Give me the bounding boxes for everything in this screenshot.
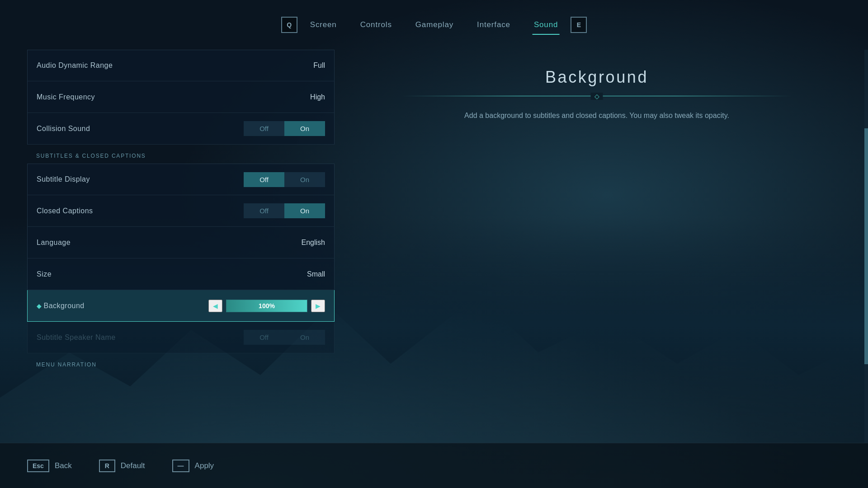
apply-action[interactable]: — Apply [172, 460, 214, 472]
setting-label-collision-sound: Collision Sound [37, 125, 244, 133]
nav-tabs: Q Screen Controls Gameplay Interface Sou… [281, 17, 587, 33]
subtitle-display-on-btn[interactable]: On [284, 172, 325, 187]
subtitle-speaker-on-btn[interactable]: On [284, 330, 325, 345]
subtitle-speaker-off-btn[interactable]: Off [244, 330, 284, 345]
setting-value-audio-dynamic-range: Full [313, 61, 325, 70]
slider-value: 100% [259, 302, 275, 310]
subtitle-display-off-btn[interactable]: Off [244, 172, 284, 187]
setting-label-music-frequency: Music Frequency [37, 93, 310, 101]
setting-label-audio-dynamic-range: Audio Dynamic Range [37, 61, 313, 70]
subtitles-section-header: SUBTITLES & CLOSED CAPTIONS [27, 145, 335, 164]
slider-arrow-left[interactable]: ◀ [208, 300, 222, 312]
info-panel: Background Add a background to subtitles… [353, 50, 841, 443]
bottom-bar: Esc Back R Default — Apply [0, 443, 868, 488]
setting-value-music-frequency: High [310, 93, 325, 101]
setting-label-subtitle-display: Subtitle Display [37, 175, 244, 183]
collision-sound-off-btn[interactable]: Off [244, 121, 284, 136]
default-label: Default [121, 461, 145, 470]
closed-captions-on-btn[interactable]: On [284, 203, 325, 218]
default-key-badge: R [99, 460, 115, 472]
setting-value-size: Small [307, 270, 325, 278]
setting-language[interactable]: Language English [27, 227, 335, 258]
apply-key-badge: — [172, 460, 189, 472]
info-title: Background [353, 68, 841, 87]
setting-label-background: ◆Background [37, 302, 208, 310]
menu-narration-section-header: MENU NARRATION [27, 353, 335, 372]
setting-size[interactable]: Size Small [27, 258, 335, 290]
setting-collision-sound[interactable]: Collision Sound Off On [27, 113, 335, 145]
slider-bar-bg: 100% [226, 300, 307, 312]
tab-sound[interactable]: Sound [523, 17, 569, 33]
nav-key-e[interactable]: E [571, 17, 587, 33]
closed-captions-off-btn[interactable]: Off [244, 203, 284, 218]
setting-label-closed-captions: Closed Captions [37, 207, 244, 215]
subtitle-display-toggle: Off On [244, 172, 325, 187]
top-navigation: Q Screen Controls Gameplay Interface Sou… [0, 0, 868, 50]
subtitle-speaker-toggle: Off On [244, 330, 325, 345]
back-label: Back [55, 461, 72, 470]
slider-arrow-right[interactable]: ▶ [311, 300, 325, 312]
back-action[interactable]: Esc Back [27, 460, 72, 472]
info-divider [401, 96, 792, 96]
tab-controls[interactable]: Controls [349, 17, 403, 33]
scrollbar-track[interactable] [864, 50, 868, 443]
slider-bar-wrapper: 100% [226, 299, 307, 313]
diamond-icon: ◆ [37, 302, 42, 310]
tab-interface[interactable]: Interface [466, 17, 521, 33]
setting-label-language: Language [37, 239, 302, 247]
default-action[interactable]: R Default [99, 460, 145, 472]
setting-audio-dynamic-range[interactable]: Audio Dynamic Range Full [27, 50, 335, 81]
setting-label-size: Size [37, 270, 307, 278]
scrollbar-thumb[interactable] [864, 128, 868, 364]
apply-label: Apply [195, 461, 214, 470]
setting-music-frequency[interactable]: Music Frequency High [27, 81, 335, 113]
setting-closed-captions[interactable]: Closed Captions Off On [27, 195, 335, 227]
collision-sound-on-btn[interactable]: On [284, 121, 325, 136]
info-description: Add a background to subtitles and closed… [353, 110, 841, 122]
settings-list: Audio Dynamic Range Full Music Frequency… [27, 50, 335, 372]
setting-value-language: English [302, 239, 325, 247]
settings-panel: Audio Dynamic Range Full Music Frequency… [27, 50, 335, 443]
background-slider-control: ◀ 100% ▶ [208, 299, 325, 313]
closed-captions-toggle: Off On [244, 203, 325, 218]
setting-background[interactable]: ◆Background ◀ 100% ▶ [27, 290, 335, 322]
tab-screen[interactable]: Screen [299, 17, 348, 33]
tab-gameplay[interactable]: Gameplay [405, 17, 464, 33]
nav-key-q[interactable]: Q [281, 17, 297, 33]
setting-label-subtitle-speaker-name: Subtitle Speaker Name [37, 333, 244, 342]
back-key-badge: Esc [27, 460, 49, 472]
setting-subtitle-display[interactable]: Subtitle Display Off On [27, 164, 335, 195]
collision-sound-toggle: Off On [244, 121, 325, 136]
setting-subtitle-speaker-name[interactable]: Subtitle Speaker Name Off On [27, 322, 335, 353]
